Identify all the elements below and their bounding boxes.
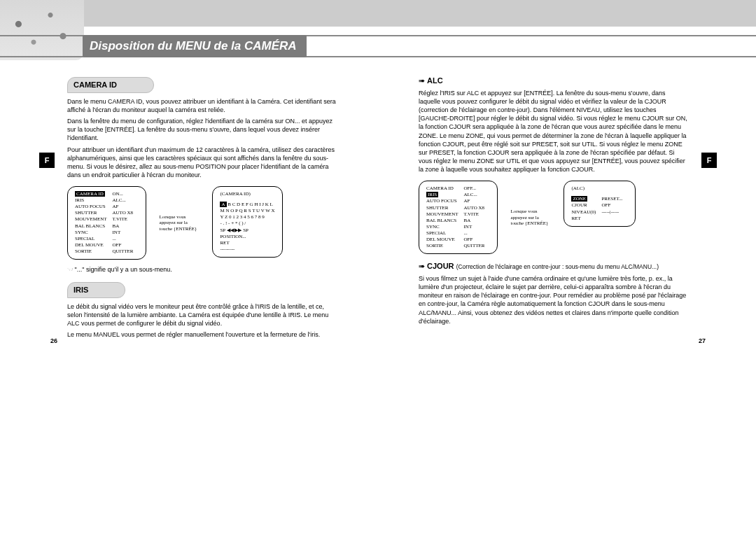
alc-menus: CAMERA IDOFF... IRISALC... AUTO FOCUSAF … (419, 181, 689, 254)
menu-row-val: QUITTER (464, 243, 491, 249)
menu-main-box: CAMERA IDON... IRISALC... AUTO FOCUSAF S… (67, 186, 146, 260)
menu-main-title: CAMERA ID (75, 191, 105, 197)
cjour-desc: (Correction de l'éclairage en contre-jou… (456, 263, 659, 270)
menu-row: DEL MOUVE (75, 242, 113, 248)
charset-row: --------- (220, 246, 274, 253)
section-camera-id-head: CAMERA ID (67, 77, 337, 93)
menu-row: IRIS (75, 197, 113, 204)
section-camera-id-label: CAMERA ID (67, 77, 154, 93)
menu-sub-box: (CAMERA ID) A B C D E F G H I J K L M N … (212, 186, 282, 258)
charset-row: RET (220, 240, 274, 246)
menu-row-val: T.VITE (464, 211, 491, 218)
menu-hint: Lorsque vous appuyez sur la touche {ENTR… (159, 214, 200, 232)
menu-row-val: INT (113, 230, 139, 236)
language-tab-left: F (39, 153, 55, 168)
charset-row: Y Z 0 1 2 3 4 5 6 7 8 9 (220, 214, 274, 220)
camera-id-p1: Dans le menu CAMERA ID, vous pouvez attr… (67, 97, 337, 114)
charset-highlight: A (220, 202, 226, 207)
charset-row: POSITION... (220, 234, 274, 240)
menu-row: SHUTTER (75, 210, 113, 216)
arrow-icon (419, 76, 427, 85)
menu-row: SORTIE (426, 243, 464, 249)
camera-id-menus: CAMERA IDON... IRISALC... AUTO FOCUSAF S… (67, 186, 337, 260)
camera-id-p3: Pour attribuer un identifiant d'un maxim… (67, 146, 337, 180)
page-number-right: 27 (699, 337, 706, 345)
arrow-icon (419, 262, 427, 270)
menu-row-val: -----|----- (601, 209, 628, 216)
language-tab-right: F (701, 153, 717, 168)
menu-row: SHUTTER (426, 205, 464, 211)
menu-alc-box: (ALC) ZONEPRESET... CJOUROFF NIVEAU(0)--… (564, 181, 636, 226)
charset-row: SP ◀◀ ▶▶ SP (220, 227, 274, 234)
menu-row-val: BA (464, 218, 491, 224)
page-right: F ALC Réglez l'IRIS sur ALC et appuyez s… (378, 70, 756, 534)
menu-row-val: AUTO X8 (464, 205, 491, 211)
menu-row-highlight: ZONE (571, 196, 587, 202)
menu-row: RET (571, 216, 601, 222)
menu-row-val: OFF (113, 242, 139, 248)
menu-main-box-right: CAMERA IDOFF... IRISALC... AUTO FOCUSAF … (419, 181, 498, 254)
alc-label: ALC (427, 76, 443, 85)
menu-row: BAL BLANCS (75, 223, 113, 230)
menu-row: SPECIAL (426, 230, 464, 237)
alc-heading: ALC (419, 76, 689, 86)
iris-p2: Le menu MANUEL vous permet de régler man… (67, 330, 337, 339)
page-left: F CAMERA ID Dans le menu CAMERA ID, vous… (0, 70, 378, 534)
submenu-note: "..." signifie qu'il y a un sous-menu. (67, 265, 337, 274)
iris-p1: Le débit du signal vidéo vers le moniteu… (67, 302, 337, 328)
section-iris-head: IRIS (67, 282, 337, 298)
menu-row-val: AUTO X8 (113, 210, 139, 216)
menu-row: SPECIAL (75, 236, 113, 242)
charset-row: M N O P Q R S T U V W X (220, 208, 274, 214)
menu-row-val: AF (464, 198, 491, 204)
menu-row-val: OFF... (464, 185, 491, 192)
menu-row: CJOUR (571, 202, 601, 209)
menu-row-val: OFF (464, 237, 491, 243)
menu-row-val: OFF (601, 202, 628, 209)
menu-main-title-val: ON... (113, 191, 139, 197)
menu-row: SYNC (426, 224, 464, 230)
menu-row: DEL MOUVE (426, 237, 464, 243)
header-gray-bar (0, 0, 756, 27)
menu-row-highlight: IRIS (426, 192, 438, 197)
page-spread: F CAMERA ID Dans le menu CAMERA ID, vous… (0, 70, 756, 534)
menu-row-val: AF (113, 204, 139, 210)
camera-id-p2: Dans la fenêtre du menu de configuration… (67, 117, 337, 142)
cjour-p1: Si vous filmez un sujet à l'aide d'une c… (419, 274, 689, 325)
menu-row: CAMERA ID (426, 185, 464, 192)
menu-row-val: ALC... (464, 192, 491, 198)
menu-row-val: BA (113, 223, 139, 230)
section-iris-label: IRIS (67, 282, 125, 298)
menu-row-val (601, 216, 628, 222)
menu-row: MOUVEMENT (75, 216, 113, 223)
menu-sub-title: (CAMERA ID) (220, 191, 274, 197)
menu-row-val: T.VITE (113, 216, 139, 223)
charset-row: - . ! - + * ( ) / (220, 220, 274, 227)
menu-row-val: ... (464, 230, 491, 237)
menu-row: AUTO FOCUS (75, 204, 113, 210)
page-number-left: 26 (50, 337, 57, 345)
menu-row: AUTO FOCUS (426, 198, 464, 204)
menu-row-val: QUITTER (113, 248, 139, 255)
page-title: Disposition du MENU de la CAMÉRA (83, 35, 307, 57)
menu-row-val: ... (113, 236, 139, 242)
menu-row: SYNC (75, 230, 113, 236)
menu-row-val: PRESET... (601, 196, 628, 202)
cjour-heading: CJOUR (Correction de l'éclairage en cont… (419, 261, 689, 272)
menu-row-val: INT (464, 224, 491, 230)
menu-hint-right: Lorsque vous appuyez sur la touche {ENTR… (510, 209, 551, 226)
menu-alc-title: (ALC) (571, 185, 628, 192)
menu-row: SORTIE (75, 248, 113, 255)
charset-row: B C D E F G H I J K L (227, 202, 273, 207)
menu-row: BAL BLANCS (426, 218, 464, 224)
cjour-label: CJOUR (427, 262, 454, 270)
alc-p1: Réglez l'IRIS sur ALC et appuyez sur [EN… (419, 89, 689, 174)
menu-row: MOUVEMENT (426, 211, 464, 218)
menu-row-val: ALC... (113, 197, 139, 204)
menu-row: NIVEAU(0) (571, 209, 601, 216)
